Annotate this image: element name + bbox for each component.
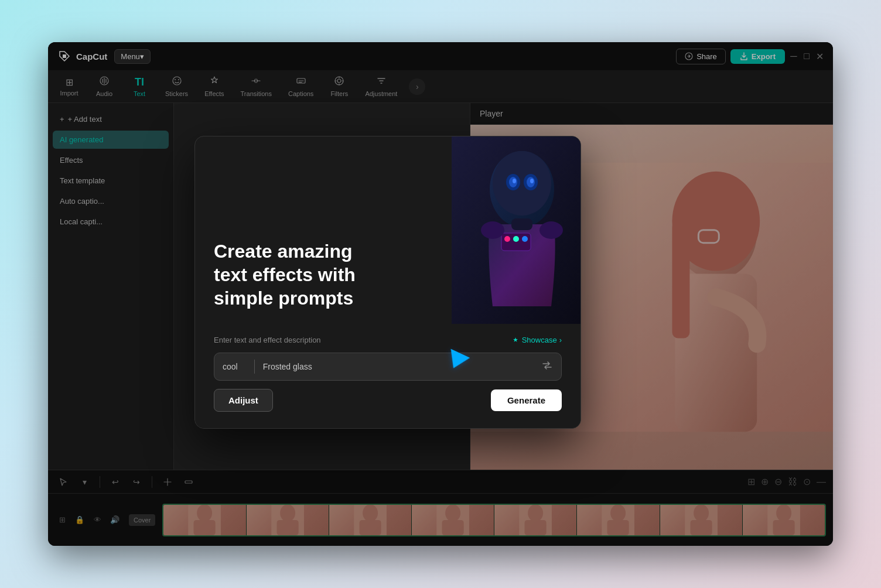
generate-button[interactable]: Generate xyxy=(491,389,562,411)
app-window: CapCut Menu▾ Share Export ─ □ ✕ ⊞ Import xyxy=(48,42,833,546)
modal-overlay: Create amazing text effects with simple … xyxy=(48,42,833,546)
shuffle-icon[interactable] xyxy=(541,360,553,374)
svg-point-49 xyxy=(504,236,510,242)
svg-point-50 xyxy=(513,236,519,242)
modal-subtitle: Enter text and effect description Showca… xyxy=(214,336,562,344)
modal-input-effect-value: Frosted glass xyxy=(263,362,541,371)
modal-input-text-value: cool xyxy=(223,362,246,371)
svg-rect-52 xyxy=(511,218,532,230)
ai-text-modal: Create amazing text effects with simple … xyxy=(194,136,581,429)
svg-point-46 xyxy=(513,179,516,183)
modal-actions: Adijust Generate xyxy=(214,389,562,412)
svg-point-41 xyxy=(493,151,551,216)
svg-point-51 xyxy=(522,236,528,242)
svg-point-54 xyxy=(539,221,563,239)
adjust-button[interactable]: Adijust xyxy=(214,389,273,412)
modal-bottom: Enter text and effect description Showca… xyxy=(195,324,580,428)
modal-top: Create amazing text effects with simple … xyxy=(195,136,580,324)
modal-left: Create amazing text effects with simple … xyxy=(195,136,452,324)
modal-right xyxy=(452,136,580,324)
modal-input-row[interactable]: cool Frosted glass xyxy=(214,353,562,381)
modal-heading: Create amazing text effects with simple … xyxy=(214,240,433,310)
svg-point-53 xyxy=(481,221,504,239)
modal-input-divider xyxy=(254,360,255,374)
showcase-link[interactable]: Showcase › xyxy=(511,336,562,344)
svg-point-47 xyxy=(530,179,534,183)
chevron-right-icon: › xyxy=(559,336,562,344)
